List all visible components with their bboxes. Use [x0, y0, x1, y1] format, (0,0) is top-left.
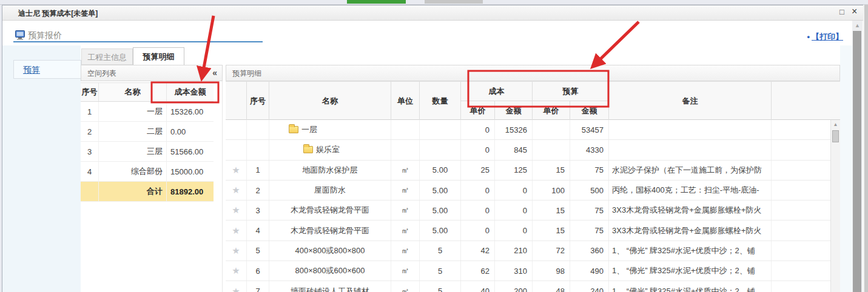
detail-budget-amount: 360	[570, 241, 609, 260]
detail-name: 地面防水保护层	[303, 165, 358, 176]
detail-cost-amount: 0	[495, 221, 533, 240]
detail-cost-amount: 845	[495, 140, 533, 159]
detail-cost-price: 62	[461, 261, 495, 280]
dialog-scrollbar-thumb[interactable]	[853, 31, 861, 292]
dialog-scrollbar[interactable]: ▲	[852, 21, 863, 292]
detail-budget-amount: 53457	[570, 120, 609, 139]
space-row[interactable]: 1 一层 15326.00	[81, 102, 214, 122]
detail-row[interactable]: ★ 1 地面防水保护层 ㎡ 5.00 25 125 15 75 水泥沙子保护（在…	[226, 161, 840, 181]
folder-icon	[303, 146, 313, 153]
detail-cost-price: 42	[461, 241, 495, 260]
detail-remark: 1、 “佛光” 牌325#水泥+优质中沙；2、铺	[609, 241, 772, 260]
detail-row[interactable]: ★ 一层 0 15326 53457	[226, 120, 840, 140]
close-icon[interactable]: ×	[852, 7, 857, 16]
detail-cost-amount: 0	[495, 181, 533, 200]
detail-cost-price: 0	[461, 120, 495, 139]
maximize-icon[interactable]: □	[839, 8, 847, 16]
dialog-titlebar[interactable]	[2, 5, 868, 21]
col-extra	[772, 82, 840, 121]
detail-budget-amount: 500	[570, 181, 609, 200]
detail-unit: ㎡	[391, 281, 420, 292]
detail-table-scrollbar[interactable]: ▲	[830, 120, 840, 292]
space-list-title: 空间列表	[87, 68, 116, 79]
background-tab-gray	[425, 0, 483, 4]
tab-budget-detail[interactable]: 预算明细	[133, 47, 184, 65]
detail-seq	[247, 140, 269, 159]
detail-qty: 5.00	[420, 221, 461, 240]
col-qty: 数量	[420, 82, 461, 121]
detail-row[interactable]: ★ 娱乐室 0 845 4330	[226, 140, 840, 160]
detail-seq: 1	[247, 161, 269, 180]
detail-scrollbar-thumb[interactable]	[832, 130, 839, 142]
browser-scrollbar[interactable]	[863, 5, 868, 292]
detail-unit: ㎡	[391, 161, 420, 180]
detail-row[interactable]: ★ 4 木龙骨或轻钢龙骨平面 ㎡ 5.00 0 0 15 75 3X3木龙骨或轻…	[226, 221, 840, 241]
detail-qty: 5	[420, 261, 461, 280]
detail-budget-price: 15	[533, 201, 570, 220]
star-cell: ★	[226, 261, 247, 280]
tab-project-main-info[interactable]: 工程主信息	[81, 48, 133, 65]
scroll-up-icon[interactable]: ▲	[831, 122, 840, 127]
star-icon[interactable]: ★	[232, 165, 240, 176]
detail-remark: 3X3木龙骨或轻钢龙骨+金属膨胀螺栓+防火	[609, 201, 772, 220]
section-title: 预算报价	[28, 30, 62, 41]
print-link[interactable]: •【打印】	[807, 32, 843, 42]
space-row[interactable]: 2 二层 0.00	[81, 122, 214, 142]
collapse-icon[interactable]: «	[212, 68, 217, 78]
space-row-name: 综合部份	[99, 162, 167, 181]
star-icon[interactable]: ★	[232, 225, 240, 236]
star-icon[interactable]: ★	[232, 205, 240, 216]
folder-icon	[289, 126, 298, 133]
detail-cost-amount: 0	[495, 201, 533, 220]
detail-cost-price: 0	[461, 221, 495, 240]
star-cell: ★	[226, 181, 247, 200]
space-row-amount: 81892.00	[167, 182, 214, 201]
col-cost-amount: 成本金额	[167, 83, 214, 101]
dialog-right-gutter	[840, 45, 852, 292]
detail-budget-price	[533, 140, 570, 159]
detail-name-cell: 地面防水保护层	[269, 161, 391, 180]
detail-cost-price: 0	[461, 181, 495, 200]
col-cost-price: 单价	[461, 101, 495, 121]
detail-cost-amount: 200	[495, 281, 533, 292]
space-row-amount: 51566.00	[167, 142, 214, 161]
background-tab-green	[347, 0, 406, 4]
col-name: 名称	[269, 82, 391, 121]
detail-unit: ㎡	[391, 261, 420, 280]
star-icon[interactable]: ★	[232, 185, 240, 196]
detail-seq: 7	[247, 281, 269, 292]
detail-row[interactable]: ★ 5 400×800或800×800 ㎡ 5 42 210 72 360 1、…	[226, 241, 840, 261]
detail-seq: 4	[247, 221, 269, 240]
star-cell: ★	[226, 140, 247, 159]
star-icon[interactable]: ★	[232, 265, 240, 276]
detail-name-cell: 娱乐室	[269, 140, 391, 159]
space-row-seq: 4	[81, 162, 99, 181]
star-icon[interactable]: ★	[232, 245, 240, 256]
space-row[interactable]: 3 三层 51566.00	[81, 142, 214, 162]
detail-row[interactable]: ★ 3 木龙骨或轻钢龙骨平面 ㎡ 5.00 0 0 15 75 3X3木龙骨或轻…	[226, 201, 840, 221]
detail-name-cell: 一层	[269, 120, 391, 139]
detail-cost-price: 40	[461, 281, 495, 292]
space-row[interactable]: 4 综合部份 15000.00	[81, 162, 214, 182]
space-row-seq: 2	[81, 122, 99, 141]
space-row[interactable]: 合计 81892.00	[81, 182, 214, 202]
detail-row[interactable]: ★ 6 800×800或600×600 ㎡ 5 62 310 98 490 1、…	[226, 261, 840, 281]
scroll-up-icon[interactable]: ▲	[852, 22, 863, 28]
detail-unit: ㎡	[391, 241, 420, 260]
sidebar-item-budget[interactable]: 预算	[13, 60, 81, 79]
star-icon[interactable]: ★	[232, 286, 240, 292]
detail-row[interactable]: ★ 7 墙面砖铺设人工及辅材 ㎡ 5 40 200 48 240 1、 “佛光”…	[226, 281, 840, 292]
detail-qty: 5	[420, 241, 461, 260]
detail-unit	[391, 140, 420, 159]
detail-name-cell: 木龙骨或轻钢龙骨平面	[269, 201, 391, 220]
detail-budget-amount: 4330	[570, 140, 609, 159]
detail-row[interactable]: ★ 2 屋面防水 ㎡ 5.00 0 0 100 500 丙纶，国标400克；工艺…	[226, 181, 840, 201]
detail-budget-price: 15	[533, 161, 570, 180]
detail-qty: 5.00	[420, 181, 461, 200]
detail-name-cell: 800×800或600×600	[269, 261, 391, 280]
detail-panel-title: 预算明细	[232, 68, 261, 79]
background-page-strip	[0, 0, 868, 5]
detail-qty	[420, 140, 461, 159]
space-table: 序号 名称 成本金额 1 一层 15326.00 2 二层 0.00 3 三层 …	[81, 82, 214, 202]
detail-budget-amount: 75	[570, 161, 609, 180]
